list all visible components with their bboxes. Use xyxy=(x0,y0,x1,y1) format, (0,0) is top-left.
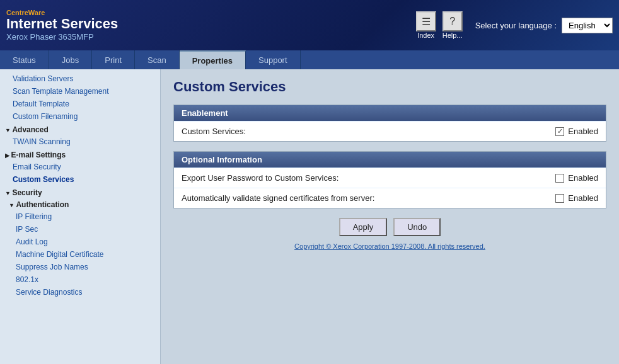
index-icon: ☰ xyxy=(416,11,436,31)
optional-header: Optional Information xyxy=(174,152,606,168)
index-button[interactable]: ☰ Index xyxy=(416,11,436,39)
custom-services-label: Custom Services: xyxy=(182,127,555,136)
nav-tabs: Status Jobs Print Scan Properties Suppor… xyxy=(0,50,619,69)
validate-certs-checkbox[interactable] xyxy=(555,194,564,203)
sidebar-group-email-settings[interactable]: E-mail Settings xyxy=(0,148,160,161)
header-icons: ☰ Index ? Help... xyxy=(416,11,463,39)
language-select[interactable]: English French Spanish German xyxy=(562,18,613,33)
optional-panel: Optional Information Export User Passwor… xyxy=(173,151,606,208)
sidebar-item-custom-filenaming[interactable]: Custom Filenaming xyxy=(0,110,160,123)
sidebar-group-advanced[interactable]: Advanced xyxy=(0,123,160,135)
action-buttons: Apply Undo xyxy=(173,218,606,236)
sidebar-item-validation-servers[interactable]: Validation Servers xyxy=(0,72,160,85)
sidebar-item-email-security[interactable]: Email Security xyxy=(0,161,160,173)
sidebar-item-default-template[interactable]: Default Template xyxy=(0,98,160,110)
logo-area: CentreWare Internet Services Xerox Phase… xyxy=(6,9,403,41)
device-name: Xerox Phaser 3635MFP xyxy=(6,32,403,42)
sidebar-item-802-1x[interactable]: 802.1x xyxy=(0,273,160,286)
help-icon: ? xyxy=(443,11,463,31)
custom-services-enabled-label: Enabled xyxy=(568,127,598,136)
validate-certs-enabled-label: Enabled xyxy=(568,193,598,203)
app-title: Internet Services xyxy=(6,16,403,31)
help-button[interactable]: ? Help... xyxy=(443,11,463,39)
help-label: Help... xyxy=(443,31,463,39)
export-password-checkbox[interactable] xyxy=(555,174,564,183)
sidebar-item-scan-template[interactable]: Scan Template Management xyxy=(0,85,160,98)
enablement-panel: Enablement Custom Services: Enabled xyxy=(173,105,606,142)
tab-properties[interactable]: Properties xyxy=(180,50,246,69)
language-area: Select your language : English French Sp… xyxy=(475,18,613,33)
validate-certs-value: Enabled xyxy=(555,193,598,203)
export-password-value: Enabled xyxy=(555,173,598,183)
sidebar-item-audit-log[interactable]: Audit Log xyxy=(0,236,160,248)
main-layout: Validation Servers Scan Template Managem… xyxy=(0,69,619,364)
custom-services-value: Enabled xyxy=(555,127,598,136)
app-header: CentreWare Internet Services Xerox Phase… xyxy=(0,0,619,50)
lang-label: Select your language : xyxy=(475,21,557,30)
sidebar-item-ip-sec[interactable]: IP Sec xyxy=(0,223,160,236)
tab-jobs[interactable]: Jobs xyxy=(49,50,92,69)
tab-print[interactable]: Print xyxy=(92,50,135,69)
tab-status[interactable]: Status xyxy=(0,50,49,69)
undo-button[interactable]: Undo xyxy=(393,218,441,236)
export-password-row: Export User Password to Custom Services:… xyxy=(174,168,606,188)
copyright-footer: Copyright © Xerox Corporation 1997-2008.… xyxy=(173,242,606,250)
validate-certs-label: Automatically validate signed certificat… xyxy=(182,193,555,203)
custom-services-row: Custom Services: Enabled xyxy=(174,121,606,141)
sidebar-subgroup-authentication[interactable]: Authentication xyxy=(0,198,160,210)
sidebar-item-custom-services[interactable]: Custom Services xyxy=(0,173,160,186)
tab-support[interactable]: Support xyxy=(246,50,301,69)
sidebar: Validation Servers Scan Template Managem… xyxy=(0,69,161,364)
sidebar-item-service-diagnostics[interactable]: Service Diagnostics xyxy=(0,286,160,299)
custom-services-checkbox[interactable] xyxy=(555,127,564,136)
apply-button[interactable]: Apply xyxy=(339,218,388,236)
index-label: Index xyxy=(417,31,434,39)
content-area: Custom Services Enablement Custom Servic… xyxy=(161,69,619,364)
tab-scan[interactable]: Scan xyxy=(135,50,180,69)
sidebar-item-twain[interactable]: TWAIN Scanning xyxy=(0,135,160,148)
sidebar-item-machine-cert[interactable]: Machine Digital Certificate xyxy=(0,248,160,261)
sidebar-group-security[interactable]: Security xyxy=(0,186,160,198)
export-password-label: Export User Password to Custom Services: xyxy=(182,173,555,183)
enablement-header: Enablement xyxy=(174,105,606,121)
sidebar-item-suppress-job-names[interactable]: Suppress Job Names xyxy=(0,261,160,273)
sidebar-item-ip-filtering[interactable]: IP Filtering xyxy=(0,210,160,223)
export-password-enabled-label: Enabled xyxy=(568,173,598,183)
page-title: Custom Services xyxy=(173,79,606,95)
validate-certs-row: Automatically validate signed certificat… xyxy=(174,188,606,208)
